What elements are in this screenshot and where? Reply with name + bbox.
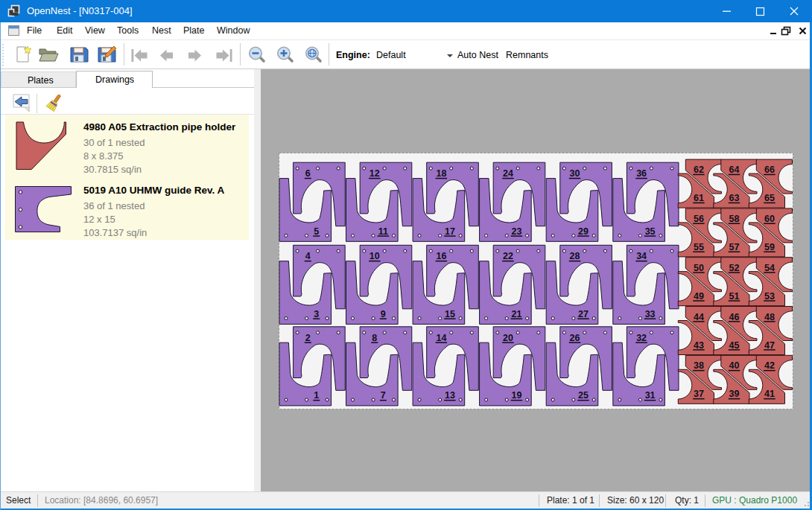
svg-text:57: 57: [729, 242, 740, 252]
svg-text:27: 27: [578, 309, 589, 319]
svg-text:62: 62: [694, 165, 704, 175]
svg-text:37: 37: [694, 389, 704, 399]
svg-text:18: 18: [436, 168, 446, 179]
svg-text:20: 20: [503, 333, 513, 343]
svg-text:36: 36: [636, 168, 647, 179]
svg-text:43: 43: [694, 340, 704, 351]
svg-text:2: 2: [305, 333, 311, 343]
svg-text:66: 66: [764, 165, 775, 175]
svg-text:55: 55: [694, 242, 704, 252]
svg-text:42: 42: [764, 360, 775, 371]
svg-text:16: 16: [436, 251, 446, 261]
svg-text:50: 50: [694, 263, 704, 273]
svg-text:39: 39: [729, 389, 740, 399]
svg-text:40: 40: [729, 360, 740, 371]
svg-text:5: 5: [314, 226, 319, 237]
svg-text:46: 46: [729, 312, 740, 322]
svg-text:52: 52: [729, 263, 740, 273]
svg-text:47: 47: [764, 340, 775, 351]
svg-text:61: 61: [694, 193, 704, 203]
svg-text:7: 7: [381, 390, 386, 401]
svg-text:29: 29: [578, 226, 589, 237]
svg-text:14: 14: [436, 333, 446, 343]
svg-text:19: 19: [511, 390, 521, 401]
svg-text:9: 9: [381, 309, 386, 319]
svg-text:3: 3: [314, 309, 319, 319]
svg-text:8: 8: [372, 333, 377, 343]
svg-text:28: 28: [570, 251, 580, 261]
svg-text:22: 22: [503, 251, 513, 261]
svg-text:13: 13: [445, 390, 455, 401]
svg-text:24: 24: [503, 168, 513, 179]
svg-text:23: 23: [511, 226, 521, 237]
svg-text:10: 10: [369, 251, 380, 261]
svg-text:49: 49: [694, 291, 704, 302]
svg-text:45: 45: [729, 340, 740, 351]
svg-text:65: 65: [764, 193, 775, 203]
svg-text:25: 25: [578, 390, 589, 401]
svg-text:32: 32: [636, 333, 647, 343]
svg-text:48: 48: [764, 312, 775, 322]
svg-text:54: 54: [764, 263, 775, 273]
svg-text:12: 12: [369, 168, 380, 179]
svg-text:34: 34: [636, 251, 647, 261]
svg-text:51: 51: [729, 291, 740, 302]
svg-text:4: 4: [305, 251, 311, 261]
svg-text:17: 17: [445, 226, 455, 237]
svg-text:1: 1: [314, 390, 319, 401]
svg-text:63: 63: [729, 193, 740, 203]
svg-text:21: 21: [511, 309, 521, 319]
svg-text:38: 38: [694, 360, 704, 371]
svg-text:53: 53: [764, 291, 775, 302]
svg-text:41: 41: [764, 389, 775, 399]
svg-text:15: 15: [445, 309, 455, 319]
svg-text:64: 64: [729, 165, 740, 175]
svg-text:59: 59: [764, 242, 775, 252]
svg-text:44: 44: [694, 312, 704, 322]
svg-text:26: 26: [570, 333, 580, 343]
svg-text:6: 6: [305, 168, 311, 179]
svg-text:58: 58: [729, 214, 740, 224]
svg-text:31: 31: [645, 390, 656, 401]
svg-text:33: 33: [645, 309, 656, 319]
svg-text:30: 30: [570, 168, 580, 179]
svg-text:35: 35: [645, 226, 656, 237]
svg-text:60: 60: [764, 214, 775, 224]
svg-text:11: 11: [378, 226, 388, 237]
svg-text:56: 56: [694, 214, 704, 224]
